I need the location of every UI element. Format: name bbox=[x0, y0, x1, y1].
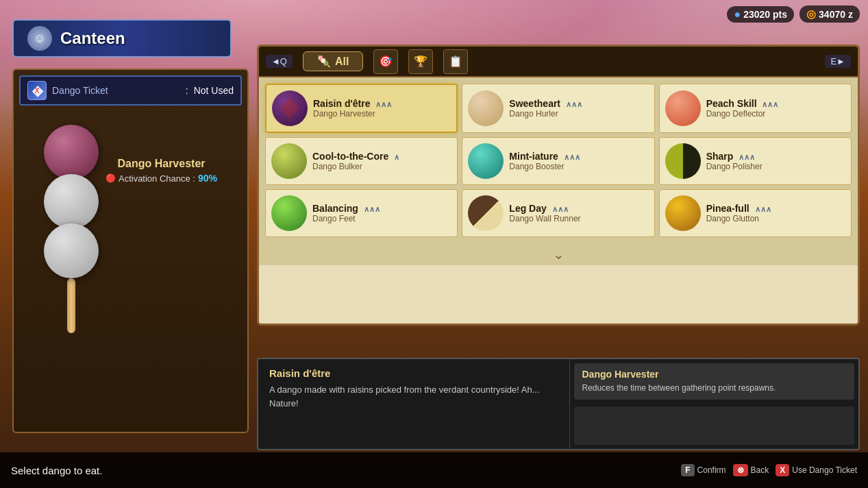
desc-item-text: A dango made with raisins picked from th… bbox=[269, 383, 558, 410]
z-value: 34070 bbox=[819, 9, 845, 20]
tab-filter-2[interactable]: 🏆 bbox=[408, 49, 433, 74]
tab-filter-3[interactable]: 📋 bbox=[443, 49, 468, 74]
card-info-sweetheart: Sweetheart ∧∧∧ Dango Hurler bbox=[509, 98, 648, 119]
e-key: E► bbox=[830, 56, 845, 66]
card-info-balancing: Balancing ∧∧∧ Dango Feet bbox=[312, 203, 451, 223]
desc-item-title: Raisin d'être bbox=[269, 367, 558, 379]
canteen-icon: ☺ bbox=[27, 26, 52, 51]
pts-icon: ● bbox=[734, 8, 741, 21]
card-sub-raisin: Dango Harvester bbox=[313, 109, 451, 119]
left-panel: X ◈ Dango Ticket : Not Used Dango Harves… bbox=[12, 69, 249, 433]
dango-card-legday[interactable]: Leg Day ∧∧∧ Dango Wall Runner bbox=[462, 189, 654, 237]
confirm-button[interactable]: F Confirm bbox=[681, 464, 726, 476]
card-sub-legday: Dango Wall Runner bbox=[509, 214, 648, 223]
card-name-mint: Mint-iature ∧∧∧ bbox=[509, 151, 648, 162]
ticket-icon: X ◈ bbox=[27, 81, 47, 100]
ticket-x-label: X bbox=[35, 87, 40, 95]
page-title: Canteen bbox=[60, 29, 125, 48]
desc-empty-box bbox=[574, 406, 855, 445]
z-display: ◎ 34070 z bbox=[799, 5, 860, 23]
card-name-sharp: Sharp ∧∧∧ bbox=[706, 151, 845, 162]
tab-bar: ◄Q 🍡 All 🎯 🏆 📋 E► bbox=[259, 47, 858, 77]
pts-display: ● 23020 pts bbox=[727, 6, 794, 23]
back-label: Back bbox=[751, 465, 769, 475]
scroll-indicator: ⌄ bbox=[259, 243, 858, 265]
dango-card-mint[interactable]: Mint-iature ∧∧∧ Dango Booster bbox=[462, 137, 654, 185]
activation-row: 🔴 Activation Chance : 90% bbox=[106, 173, 217, 184]
card-sub-pinea: Dango Glutton bbox=[706, 214, 845, 223]
desc-left: Raisin d'être A dango made with raisins … bbox=[258, 359, 570, 449]
card-sub-sharp: Dango Polisher bbox=[706, 162, 845, 171]
skill-box: Dango Harvester Reduces the time between… bbox=[574, 363, 855, 400]
filter-icon-2: 🏆 bbox=[414, 55, 427, 68]
main-panel: ◄Q 🍡 All 🎯 🏆 📋 E► Raisin d'être bbox=[257, 45, 860, 326]
dango-img-mint bbox=[468, 143, 504, 179]
activation-label: 🔴 bbox=[106, 173, 116, 183]
tab-q-button[interactable]: ◄Q bbox=[266, 55, 293, 68]
tab-filter-1[interactable]: 🎯 bbox=[373, 49, 398, 74]
card-info-pinea: Pinea-full ∧∧∧ Dango Glutton bbox=[706, 203, 845, 223]
back-icon: ⊗ bbox=[733, 464, 748, 476]
card-name-sweetheart: Sweetheart ∧∧∧ bbox=[509, 98, 648, 109]
waves-legday: ∧∧∧ bbox=[552, 205, 569, 213]
ticket-bar: X ◈ Dango Ticket : Not Used bbox=[19, 75, 242, 106]
waves-peach: ∧∧∧ bbox=[762, 100, 778, 108]
waves-sweetheart: ∧∧∧ bbox=[566, 100, 582, 108]
dango-card-cool[interactable]: Cool-to-the-Core ∧ Dango Bulker bbox=[265, 137, 458, 185]
scroll-down-icon: ⌄ bbox=[553, 246, 565, 263]
card-name-legday: Leg Day ∧∧∧ bbox=[509, 203, 648, 214]
use-ticket-button[interactable]: X Use Dango Ticket bbox=[776, 464, 857, 476]
card-sub-mint: Dango Booster bbox=[509, 162, 648, 171]
card-info-mint: Mint-iature ∧∧∧ Dango Booster bbox=[509, 151, 648, 171]
tab-e-button[interactable]: E► bbox=[825, 55, 851, 68]
z-icon: ◎ bbox=[806, 8, 816, 21]
waves-balancing: ∧∧∧ bbox=[364, 205, 380, 213]
card-name-pinea: Pinea-full ∧∧∧ bbox=[706, 203, 845, 214]
z-label: z bbox=[848, 9, 853, 20]
skill-name: Dango Harvester bbox=[582, 369, 847, 380]
dango-card-sharp[interactable]: Sharp ∧∧∧ Dango Polisher bbox=[659, 137, 852, 185]
top-hud: ● 23020 pts ◎ 34070 z bbox=[727, 5, 860, 23]
dango-img-pinea bbox=[665, 195, 701, 231]
card-name-raisin: Raisin d'être ∧∧∧ bbox=[313, 98, 451, 109]
card-info-legday: Leg Day ∧∧∧ Dango Wall Runner bbox=[509, 203, 648, 223]
tab-all-button[interactable]: 🍡 All bbox=[303, 51, 363, 71]
ticket-status: Not Used bbox=[194, 85, 234, 96]
title-bar: ☺ Canteen bbox=[12, 19, 232, 58]
dango-card-peach[interactable]: Peach Skill ∧∧∧ Dango Deflector bbox=[659, 84, 852, 133]
dango-card-balancing[interactable]: Balancing ∧∧∧ Dango Feet bbox=[265, 189, 458, 237]
dango-card-sweetheart[interactable]: Sweetheart ∧∧∧ Dango Hurler bbox=[462, 84, 654, 133]
waves-sharp: ∧∧∧ bbox=[739, 153, 755, 161]
card-info-peach: Peach Skill ∧∧∧ Dango Deflector bbox=[706, 98, 845, 119]
back-button[interactable]: ⊗ Back bbox=[733, 464, 769, 476]
waves-cool: ∧ bbox=[394, 153, 399, 161]
dango-img-raisin bbox=[272, 90, 308, 126]
dango-ball-3 bbox=[44, 223, 99, 278]
description-panel: Raisin d'être A dango made with raisins … bbox=[257, 358, 860, 450]
bottom-controls: F Confirm ⊗ Back X Use Dango Ticket bbox=[681, 464, 857, 476]
dango-ball-2 bbox=[44, 174, 99, 229]
dango-display: Dango Harvester 🔴 Activation Chance : 90… bbox=[14, 111, 247, 347]
waves-raisin: ∧∧∧ bbox=[375, 100, 392, 108]
card-sub-sweetheart: Dango Hurler bbox=[509, 109, 648, 119]
card-sub-cool: Dango Bulker bbox=[312, 162, 451, 171]
card-sub-peach: Dango Deflector bbox=[706, 109, 845, 119]
dango-ball-1 bbox=[44, 125, 99, 180]
q-key: ◄Q bbox=[271, 56, 287, 66]
dango-card-raisin[interactable]: Raisin d'être ∧∧∧ Dango Harvester bbox=[265, 84, 458, 133]
card-sub-balancing: Dango Feet bbox=[312, 214, 451, 223]
filter-icon-3: 📋 bbox=[449, 55, 462, 68]
waves-pinea: ∧∧∧ bbox=[755, 205, 771, 213]
ticket-key: X bbox=[776, 464, 789, 476]
confirm-key: F bbox=[681, 464, 694, 476]
card-name-balancing: Balancing ∧∧∧ bbox=[312, 203, 451, 214]
dango-img-legday bbox=[468, 195, 504, 231]
card-info-raisin: Raisin d'être ∧∧∧ Dango Harvester bbox=[313, 98, 451, 119]
ticket-name: Dango Ticket bbox=[52, 85, 180, 96]
pts-value: 23020 bbox=[743, 9, 770, 20]
status-text: Select dango to eat. bbox=[11, 465, 681, 476]
skill-text: Reduces the time between gathering point… bbox=[582, 382, 847, 394]
dango-card-pinea[interactable]: Pinea-full ∧∧∧ Dango Glutton bbox=[659, 189, 852, 237]
waves-mint: ∧∧∧ bbox=[564, 153, 580, 161]
desc-right: Dango Harvester Reduces the time between… bbox=[570, 359, 859, 449]
